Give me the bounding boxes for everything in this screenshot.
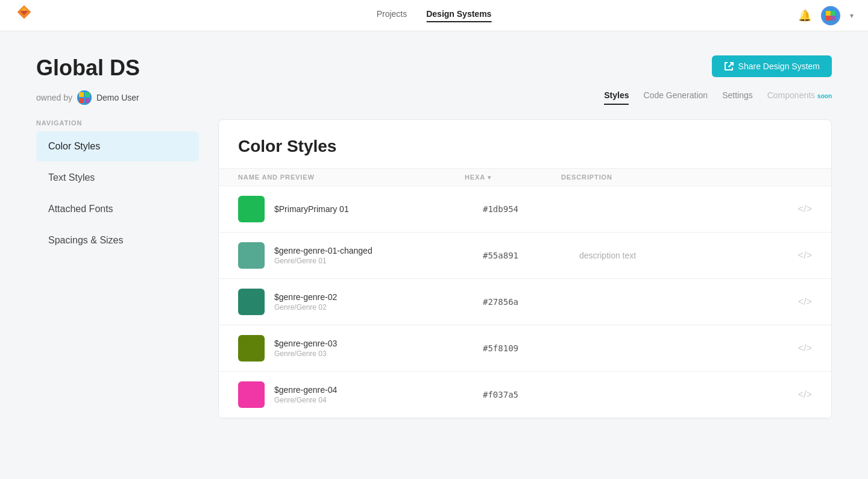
col-name-preview-header: NAME AND PREVIEW: [238, 174, 465, 181]
tab-settings[interactable]: Settings: [722, 90, 753, 105]
table-row: $genre-genre-04 Genre/Genre 04 #f037a5 <…: [219, 372, 831, 418]
svg-rect-12: [85, 92, 90, 97]
color-swatch: [238, 289, 265, 315]
color-subname: Genre/Genre 01: [274, 257, 483, 265]
svg-rect-11: [79, 92, 84, 97]
code-icon[interactable]: </>: [798, 250, 812, 261]
color-hexa: #55a891: [483, 251, 579, 260]
notification-bell-icon[interactable]: 🔔: [798, 9, 811, 22]
color-name-group: $genre-genre-01-changed Genre/Genre 01: [274, 246, 483, 265]
table-row: $PrimaryPrimary 01 #1db954 </>: [219, 186, 831, 233]
table-row: $genre-genre-01-changed Genre/Genre 01 #…: [219, 233, 831, 279]
color-action: </>: [788, 204, 812, 214]
svg-rect-8: [826, 16, 831, 20]
color-subname: Genre/Genre 04: [274, 396, 483, 404]
top-nav: Projects Design Systems 🔔 ▾: [0, 0, 868, 31]
share-design-system-button[interactable]: Share Design System: [712, 55, 832, 77]
color-name: $genre-genre-04: [274, 385, 483, 395]
color-subname: Genre/Genre 03: [274, 349, 483, 358]
code-icon[interactable]: </>: [798, 296, 812, 307]
top-nav-links: Projects Design Systems: [377, 9, 492, 22]
owner-avatar: [77, 90, 92, 105]
svg-rect-14: [85, 98, 90, 103]
code-icon[interactable]: </>: [798, 389, 812, 400]
nav-link-projects[interactable]: Projects: [377, 9, 407, 22]
soon-badge: soon: [817, 93, 832, 99]
color-action: </>: [788, 296, 812, 307]
owner-row: owned by Demo User Styles Code Generatio…: [36, 90, 832, 105]
avatar[interactable]: [821, 6, 840, 25]
owner-prefix: owned by: [36, 93, 72, 102]
table-row: $genre-genre-02 Genre/Genre 02 #27856a <…: [219, 279, 831, 325]
content-layout: NAVIGATION Color Styles Text Styles Atta…: [36, 119, 832, 419]
code-icon[interactable]: </>: [798, 204, 812, 214]
svg-rect-6: [826, 11, 831, 16]
color-hexa: #1db954: [483, 204, 579, 214]
svg-rect-7: [831, 11, 835, 16]
secondary-nav: Styles Code Generation Settings Componen…: [604, 90, 832, 105]
table-row: $genre-genre-03 Genre/Genre 03 #5f8109 <…: [219, 325, 831, 372]
color-swatch: [238, 381, 265, 408]
top-nav-right: 🔔 ▾: [798, 6, 854, 25]
color-name: $PrimaryPrimary 01: [274, 204, 483, 214]
color-hexa: #5f8109: [483, 343, 579, 353]
code-icon[interactable]: </>: [798, 343, 812, 354]
page-header: Global DS Share Design System: [36, 55, 832, 81]
color-action: </>: [788, 389, 812, 400]
table-header: NAME AND PREVIEW HEXA ▾ DESCRIPTION: [219, 168, 831, 186]
app-logo: [14, 5, 34, 27]
col-hexa-header[interactable]: HEXA ▾: [465, 174, 561, 181]
owner-info: owned by Demo User: [36, 90, 139, 105]
color-hexa: #27856a: [483, 297, 579, 307]
svg-rect-9: [831, 16, 835, 20]
color-name: $genre-genre-02: [274, 292, 483, 302]
color-name-group: $genre-genre-04 Genre/Genre 04: [274, 385, 483, 404]
sidebar-item-color-styles[interactable]: Color Styles: [36, 131, 199, 161]
tab-code-generation[interactable]: Code Generation: [643, 90, 708, 105]
color-subname: Genre/Genre 02: [274, 303, 483, 312]
color-swatch: [238, 242, 265, 269]
color-name-group: $genre-genre-02 Genre/Genre 02: [274, 292, 483, 312]
sidebar-item-text-styles[interactable]: Text Styles: [36, 163, 199, 193]
owner-name: Demo User: [96, 93, 139, 102]
color-name: $genre-genre-03: [274, 339, 483, 348]
sort-arrow-icon: ▾: [488, 174, 491, 181]
main-content: Color Styles NAME AND PREVIEW HEXA ▾ DES…: [218, 119, 832, 419]
sidebar-nav-label: NAVIGATION: [36, 119, 199, 127]
sidebar-item-attached-fonts[interactable]: Attached Fonts: [36, 194, 199, 224]
color-swatch: [238, 335, 265, 362]
color-action: </>: [788, 250, 812, 261]
svg-rect-13: [79, 98, 84, 103]
color-hexa: #f037a5: [483, 390, 579, 399]
color-table: NAME AND PREVIEW HEXA ▾ DESCRIPTION $Pri…: [219, 168, 831, 418]
svg-rect-5: [823, 8, 838, 23]
tab-styles[interactable]: Styles: [604, 90, 629, 105]
color-name-group: $genre-genre-03 Genre/Genre 03: [274, 339, 483, 358]
sidebar: NAVIGATION Color Styles Text Styles Atta…: [36, 119, 199, 419]
share-icon: [724, 61, 734, 71]
color-name: $genre-genre-01-changed: [274, 246, 483, 255]
color-description: description text: [579, 251, 788, 260]
col-desc-header: DESCRIPTION: [561, 174, 788, 181]
avatar-dropdown-icon[interactable]: ▾: [850, 11, 854, 20]
color-name-group: $PrimaryPrimary 01: [274, 204, 483, 214]
tab-components: Componentssoon: [767, 90, 832, 105]
color-action: </>: [788, 343, 812, 354]
sidebar-item-spacings-sizes[interactable]: Spacings & Sizes: [36, 225, 199, 255]
page-title: Global DS: [36, 55, 140, 81]
nav-link-design-systems[interactable]: Design Systems: [426, 9, 491, 22]
page-container: Global DS Share Design System owned by D…: [0, 31, 868, 443]
section-title: Color Styles: [219, 120, 831, 168]
color-swatch: [238, 196, 265, 222]
